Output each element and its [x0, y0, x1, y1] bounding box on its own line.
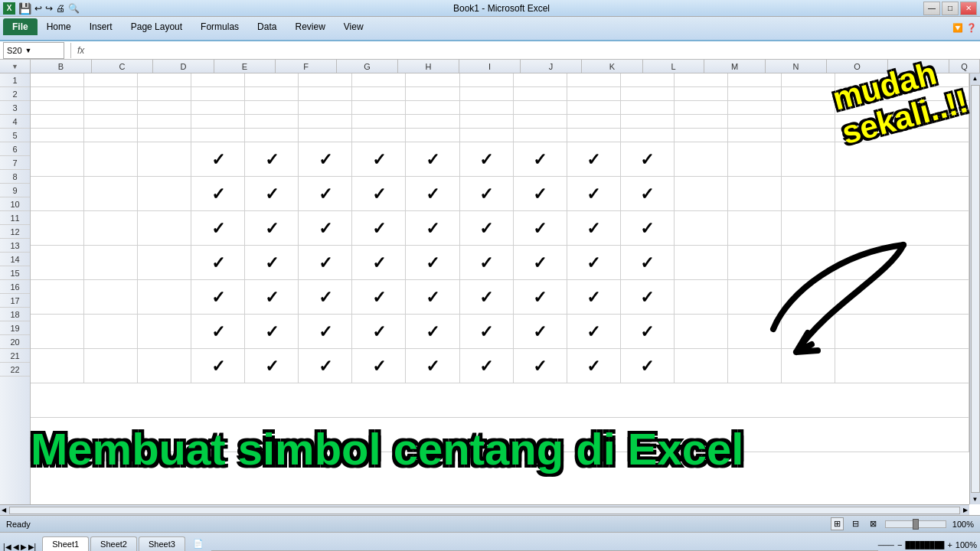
tab-page-layout[interactable]: Page Layout	[122, 18, 191, 35]
sheet-nav-prev[interactable]: ◀	[13, 543, 19, 551]
cell-K10[interactable]: ✓	[514, 280, 567, 315]
cell-F2[interactable]	[245, 87, 299, 101]
cell-F12[interactable]: ✓	[245, 349, 299, 383]
cell-J1[interactable]	[460, 73, 514, 87]
save-qa-icon[interactable]: 💾	[18, 2, 31, 15]
row-header-5[interactable]: 5	[0, 129, 30, 142]
cell-D3[interactable]	[138, 101, 191, 115]
cell-G1[interactable]	[299, 73, 352, 87]
cell-O5[interactable]	[728, 129, 782, 142]
row-header-16[interactable]: 16	[0, 280, 30, 294]
cell-K4[interactable]	[514, 115, 567, 129]
col-header-F[interactable]: F	[276, 60, 337, 73]
col-header-I[interactable]: I	[459, 60, 521, 73]
cell-B6[interactable]	[31, 142, 84, 177]
cell-J6[interactable]: ✓	[460, 142, 514, 177]
cell-E6[interactable]: ✓	[191, 142, 245, 177]
cell-O7[interactable]	[728, 177, 782, 211]
horizontal-scrollbar[interactable]: ◀ ▶	[0, 504, 969, 515]
row-header-8[interactable]: 8	[0, 170, 30, 184]
row-header-13[interactable]: 13	[0, 239, 30, 253]
cell-D6[interactable]	[138, 142, 191, 177]
cell-H7[interactable]: ✓	[352, 177, 406, 211]
cell-H3[interactable]	[352, 101, 406, 115]
cell-O2[interactable]	[728, 87, 782, 101]
cell-C5[interactable]	[84, 129, 138, 142]
cell-M12[interactable]: ✓	[621, 349, 675, 383]
sheet-tab-1[interactable]: Sheet1	[42, 536, 89, 551]
cell-C3[interactable]	[84, 101, 138, 115]
cell-E4[interactable]	[191, 115, 245, 129]
cell-O4[interactable]	[728, 115, 782, 129]
formula-input[interactable]	[87, 42, 980, 59]
scroll-thumb[interactable]	[971, 85, 980, 493]
row-header-3[interactable]: 3	[0, 101, 30, 115]
cell-B2[interactable]	[31, 87, 84, 101]
col-header-K[interactable]: K	[582, 60, 643, 73]
cell-I9[interactable]: ✓	[406, 246, 459, 280]
col-header-J[interactable]: J	[521, 60, 582, 73]
cell-M9[interactable]: ✓	[621, 246, 675, 280]
cell-L5[interactable]	[567, 129, 621, 142]
cell-D5[interactable]	[138, 129, 191, 142]
cell-N10[interactable]	[675, 280, 728, 315]
cell-D2[interactable]	[138, 87, 191, 101]
view-page-break-icon[interactable]: ⊠	[867, 518, 879, 530]
row-header-14[interactable]: 14	[0, 253, 30, 266]
cell-H6[interactable]: ✓	[352, 142, 406, 177]
cell-N7[interactable]	[675, 177, 728, 211]
zoom-slider[interactable]	[885, 520, 946, 528]
cell-J9[interactable]: ✓	[460, 246, 514, 280]
cell-O6[interactable]	[728, 142, 782, 177]
col-header-E[interactable]: E	[214, 60, 276, 73]
cell-B12[interactable]	[31, 349, 84, 383]
cell-F7[interactable]: ✓	[245, 177, 299, 211]
zoom-plus[interactable]: +	[947, 540, 952, 549]
cell-D11[interactable]	[138, 315, 191, 349]
cell-L9[interactable]: ✓	[567, 246, 621, 280]
cell-B1[interactable]	[31, 73, 84, 87]
col-header-C[interactable]: C	[92, 60, 153, 73]
cell-N3[interactable]	[675, 101, 728, 115]
select-all-icon[interactable]: ▼	[11, 63, 18, 70]
cell-N8[interactable]	[675, 211, 728, 246]
cell-G8[interactable]: ✓	[299, 211, 352, 246]
row-header-15[interactable]: 15	[0, 266, 30, 280]
cell-G10[interactable]: ✓	[299, 280, 352, 315]
sheet-nav-last[interactable]: ▶|	[28, 543, 37, 551]
cell-H9[interactable]: ✓	[352, 246, 406, 280]
tab-view[interactable]: View	[335, 18, 373, 35]
cell-C6[interactable]	[84, 142, 138, 177]
cell-I1[interactable]	[406, 73, 459, 87]
cell-K6[interactable]: ✓	[514, 142, 567, 177]
cell-D12[interactable]	[138, 349, 191, 383]
sheet-tab-new[interactable]: 📄	[187, 536, 210, 551]
cell-J5[interactable]	[460, 129, 514, 142]
col-header-B[interactable]: B	[31, 60, 92, 73]
cell-L11[interactable]: ✓	[567, 315, 621, 349]
col-header-G[interactable]: G	[337, 60, 398, 73]
sheet-nav[interactable]: |◀ ◀ ▶ ▶|	[3, 543, 36, 551]
cell-H4[interactable]	[352, 115, 406, 129]
ribbon-minimize-icon[interactable]: 🔽	[952, 23, 963, 33]
cell-F10[interactable]: ✓	[245, 280, 299, 315]
row-header-21[interactable]: 21	[0, 349, 30, 363]
cell-J12[interactable]: ✓	[460, 349, 514, 383]
cell-F5[interactable]	[245, 129, 299, 142]
cell-F6[interactable]: ✓	[245, 142, 299, 177]
cell-G4[interactable]	[299, 115, 352, 129]
cell-J3[interactable]	[460, 101, 514, 115]
row-header-10[interactable]: 10	[0, 197, 30, 211]
cell-G12[interactable]: ✓	[299, 349, 352, 383]
cell-N9[interactable]	[675, 246, 728, 280]
maximize-button[interactable]: □	[942, 2, 959, 15]
scroll-down-button[interactable]: ▼	[971, 494, 980, 504]
cell-I12[interactable]: ✓	[406, 349, 459, 383]
cell-M10[interactable]: ✓	[621, 280, 675, 315]
cell-M5[interactable]	[621, 129, 675, 142]
cell-E2[interactable]	[191, 87, 245, 101]
view-normal-icon[interactable]: ⊞	[831, 517, 844, 530]
cell-B10[interactable]	[31, 280, 84, 315]
row-header-4[interactable]: 4	[0, 115, 30, 129]
cell-J4[interactable]	[460, 115, 514, 129]
